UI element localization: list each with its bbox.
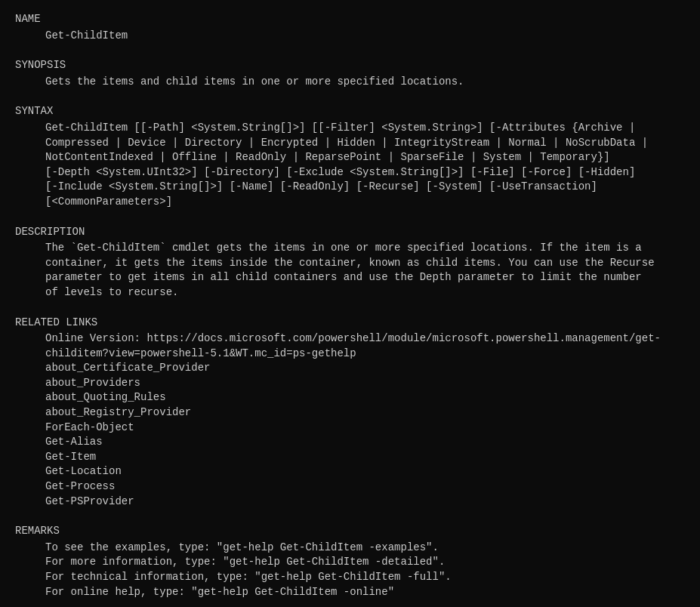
remarks-line2: For more information, type: "get-help Ge… xyxy=(45,555,685,570)
synopsis-section: SYNOPSIS Gets the items and child items … xyxy=(15,58,685,89)
related-link-10[interactable]: Get-PSProvider xyxy=(45,495,685,510)
related-link-4[interactable]: about_Registry_Provider xyxy=(45,405,685,421)
related-link-2[interactable]: about_Providers xyxy=(45,376,685,391)
syntax-header: SYNTAX xyxy=(15,104,685,119)
synopsis-text: Gets the items and child items in one or… xyxy=(45,75,464,88)
synopsis-content: Gets the items and child items in one or… xyxy=(15,75,685,90)
remarks-header: REMARKS xyxy=(15,524,685,539)
syntax-line2: Compressed | Device | Directory | Encryp… xyxy=(45,136,685,151)
syntax-section: SYNTAX Get-ChildItem [[-Path] <System.St… xyxy=(15,104,685,209)
related-links-url[interactable]: Online Version: https://docs.microsoft.c… xyxy=(45,331,685,361)
related-link-6[interactable]: Get-Alias xyxy=(45,435,685,450)
remarks-line4: For online help, type: "get-help Get-Chi… xyxy=(45,585,685,600)
related-link-8[interactable]: Get-Location xyxy=(45,464,685,479)
related-links-content: Online Version: https://docs.microsoft.c… xyxy=(15,331,685,509)
syntax-line5: [-Include <System.String[]>] [-Name] [-R… xyxy=(45,180,685,195)
related-link-7[interactable]: Get-Item xyxy=(45,450,685,465)
syntax-line4: [-Depth <System.UInt32>] [-Directory] [-… xyxy=(45,165,685,180)
remarks-section: REMARKS To see the examples, type: "get-… xyxy=(15,524,685,599)
synopsis-header: SYNOPSIS xyxy=(15,58,685,73)
name-value: Get-ChildItem xyxy=(45,29,128,42)
name-section: NAME Get-ChildItem xyxy=(15,12,685,43)
related-link-1[interactable]: about_Certificate_Provider xyxy=(45,361,685,376)
related-links-section: RELATED LINKS Online Version: https://do… xyxy=(15,316,685,510)
description-header: DESCRIPTION xyxy=(15,225,685,240)
description-section: DESCRIPTION The `Get-ChildItem` cmdlet g… xyxy=(15,225,685,300)
description-line4: of levels to recurse. xyxy=(45,285,685,300)
syntax-content: Get-ChildItem [[-Path] <System.String[]>… xyxy=(15,121,685,210)
related-link-3[interactable]: about_Quoting_Rules xyxy=(45,390,685,405)
syntax-line6: [<CommonParameters>] xyxy=(45,195,685,210)
related-link-5[interactable]: ForEach-Object xyxy=(45,421,685,436)
syntax-line3: NotContentIndexed | Offline | ReadOnly |… xyxy=(45,150,685,165)
syntax-line1: Get-ChildItem [[-Path] <System.String[]>… xyxy=(45,121,685,136)
name-header: NAME xyxy=(15,12,685,27)
remarks-line1: To see the examples, type: "get-help Get… xyxy=(45,541,685,556)
remarks-line3: For technical information, type: "get-he… xyxy=(45,570,685,585)
remarks-content: To see the examples, type: "get-help Get… xyxy=(15,541,685,599)
related-link-9[interactable]: Get-Process xyxy=(45,479,685,495)
description-line2: container, it gets the items inside the … xyxy=(45,256,685,271)
related-links-header: RELATED LINKS xyxy=(15,316,685,331)
description-line1: The `Get-ChildItem` cmdlet gets the item… xyxy=(45,241,685,256)
description-line3: parameter to get items in all child cont… xyxy=(45,270,685,285)
name-content: Get-ChildItem xyxy=(15,29,685,44)
description-content: The `Get-ChildItem` cmdlet gets the item… xyxy=(15,241,685,300)
